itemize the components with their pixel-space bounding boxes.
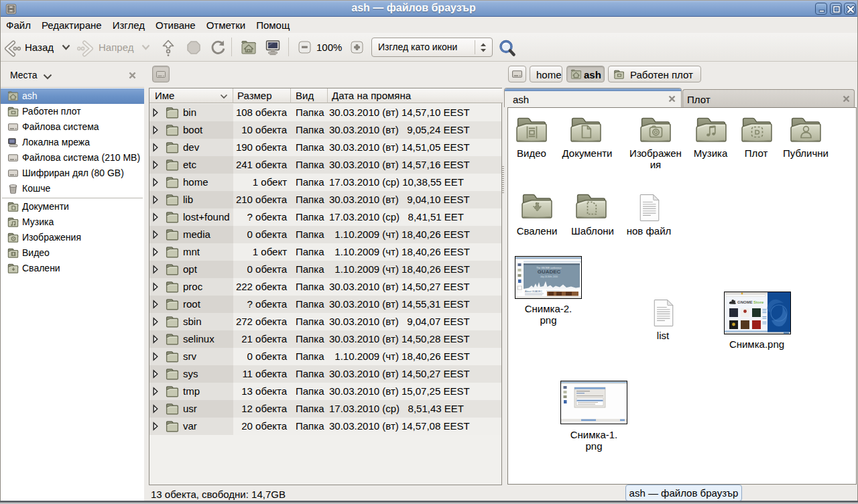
svg-text:GNOME: GNOME (737, 300, 753, 304)
svg-text:About GUADEC: About GUADEC (525, 290, 542, 293)
svg-text:GUADEC: GUADEC (538, 269, 561, 275)
svg-text:The GNOME conference: The GNOME conference (536, 267, 561, 269)
svg-text:July 24-30th, 2010: July 24-30th, 2010 (540, 275, 558, 278)
svg-text:Store: Store (753, 300, 764, 304)
